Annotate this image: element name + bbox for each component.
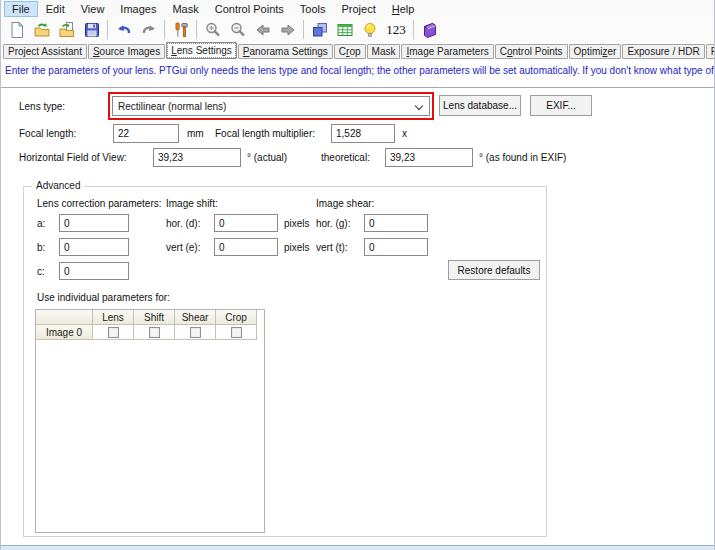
ptgui-window: FileEditViewImagesMaskControl PointsTool… <box>0 0 715 550</box>
grid-row-label[interactable]: Image 0 <box>36 325 93 340</box>
zoom-out-icon <box>229 21 247 39</box>
individual-params-grid: LensShiftShearCrop Image 0 <box>35 309 265 533</box>
focal-multiplier-label: Focal length multiplier: <box>215 128 315 139</box>
menu-file[interactable]: File <box>4 1 38 17</box>
tab-exposure-hdr[interactable]: Exposure / HDR <box>622 44 704 59</box>
tab-panorama-settings[interactable]: Panorama Settings <box>238 44 333 59</box>
exif-button[interactable]: EXIF... <box>530 95 592 116</box>
grid-col-crop: Crop <box>216 310 257 325</box>
save-floppy-icon <box>83 21 101 39</box>
menu-view[interactable]: View <box>73 1 113 17</box>
toolbar: 123 <box>1 17 714 42</box>
shift-hor-label: hor. (d): <box>166 218 200 229</box>
zoom-in-button[interactable] <box>200 18 225 41</box>
menu-help[interactable]: Help <box>384 1 423 17</box>
grid-cell <box>134 325 175 340</box>
tab-crop[interactable]: Crop <box>334 44 366 59</box>
tab-mask[interactable]: Mask <box>367 44 401 59</box>
shear-hor-label: hor. (g): <box>316 218 350 229</box>
numbers-icon: 123 <box>386 22 406 38</box>
param-b-input[interactable] <box>59 238 129 256</box>
focal-length-label: Focal length: <box>19 128 76 139</box>
numeric-values-button[interactable]: 123 <box>382 18 410 41</box>
previous-image-button[interactable] <box>250 18 275 41</box>
param-c-input[interactable] <box>59 262 129 280</box>
menu-control-points[interactable]: Control Points <box>207 1 292 17</box>
individual-param-checkbox[interactable] <box>231 327 242 338</box>
menu-mask[interactable]: Mask <box>164 1 206 17</box>
toolbar-separator <box>413 20 414 39</box>
toolbar-separator <box>196 20 197 39</box>
tutorial-button[interactable] <box>417 18 442 41</box>
menu-tools[interactable]: Tools <box>292 1 334 17</box>
tab-source-images[interactable]: Source Images <box>88 44 165 59</box>
param-c-label: c: <box>37 266 45 277</box>
image-table-button[interactable] <box>332 18 357 41</box>
redo-icon <box>140 21 158 39</box>
help-text: Enter the parameters of your lens. PTGui… <box>1 59 714 88</box>
lightbulb-icon <box>361 21 379 39</box>
redo-button[interactable] <box>136 18 161 41</box>
menu-edit[interactable]: Edit <box>38 1 73 17</box>
undo-button[interactable] <box>111 18 136 41</box>
lens-correction-header: Lens correction parameters: <box>37 198 162 209</box>
open-copy-button[interactable] <box>54 18 79 41</box>
lens-type-select[interactable]: Rectilinear (normal lens) <box>112 96 430 116</box>
new-project-button[interactable] <box>4 18 29 41</box>
shift-vert-unit: pixels <box>284 242 310 253</box>
next-image-button[interactable] <box>275 18 300 41</box>
book-icon <box>421 21 439 39</box>
focal-length-input[interactable] <box>113 124 179 143</box>
menu-project[interactable]: Project <box>334 1 384 17</box>
tab-project-settings[interactable]: Project Settings <box>706 44 715 59</box>
individual-param-checkbox[interactable] <box>190 327 201 338</box>
tab-lens-settings[interactable]: Lens Settings <box>166 42 237 59</box>
grid-col-corner <box>36 310 93 325</box>
tabbar: Project AssistantSource ImagesLens Setti… <box>1 42 714 59</box>
grid-cell <box>216 325 257 340</box>
tab-project-assistant[interactable]: Project Assistant <box>3 44 87 59</box>
shift-hor-input[interactable] <box>214 214 278 232</box>
assistant-button[interactable] <box>357 18 382 41</box>
focal-multiplier-input[interactable] <box>331 124 395 143</box>
grid-cell <box>93 325 134 340</box>
open-folder-icon <box>33 21 51 39</box>
open-project-button[interactable] <box>29 18 54 41</box>
menu-images[interactable]: Images <box>112 1 164 17</box>
individual-param-checkbox[interactable] <box>108 327 119 338</box>
shift-hor-unit: pixels <box>284 218 310 229</box>
chevron-down-icon <box>415 102 423 110</box>
tab-control-points[interactable]: Control Points <box>495 44 568 59</box>
window-bottom-edge <box>1 545 714 550</box>
arrow-right-icon <box>279 21 297 39</box>
restore-defaults-button[interactable]: Restore defaults <box>448 260 540 280</box>
image-shear-header: Image shear: <box>316 198 374 209</box>
menubar: FileEditViewImagesMaskControl PointsTool… <box>1 0 714 17</box>
toolbar-separator <box>164 20 165 39</box>
lens-database-button[interactable]: Lens database... <box>439 95 521 116</box>
tools-icon <box>172 21 190 39</box>
hfov-theoretical-suffix: ° (as found in EXIF) <box>479 152 566 163</box>
grid-cell <box>175 325 216 340</box>
grid-body: Image 0 <box>36 325 264 340</box>
shear-vert-input[interactable] <box>364 238 428 256</box>
param-a-input[interactable] <box>59 214 129 232</box>
hfov-actual-input[interactable] <box>153 148 241 167</box>
shear-hor-input[interactable] <box>364 214 428 232</box>
shift-vert-label: vert (e): <box>166 242 200 253</box>
tab-optimizer[interactable]: Optimizer <box>569 44 622 59</box>
advanced-group: Advanced Lens correction parameters: Ima… <box>23 186 547 537</box>
panorama-editor-button[interactable] <box>307 18 332 41</box>
arrow-left-icon <box>254 21 272 39</box>
zoom-out-button[interactable] <box>225 18 250 41</box>
focal-length-unit: mm <box>187 128 204 139</box>
save-project-button[interactable] <box>79 18 104 41</box>
undo-icon <box>115 21 133 39</box>
individual-param-checkbox[interactable] <box>149 327 160 338</box>
hfov-theoretical-label: theoretical: <box>321 152 370 163</box>
hfov-theoretical-input[interactable] <box>385 148 473 167</box>
shift-vert-input[interactable] <box>214 238 278 256</box>
tab-image-parameters[interactable]: Image Parameters <box>401 44 493 59</box>
tools-button[interactable] <box>168 18 193 41</box>
toolbar-separator <box>303 20 304 39</box>
